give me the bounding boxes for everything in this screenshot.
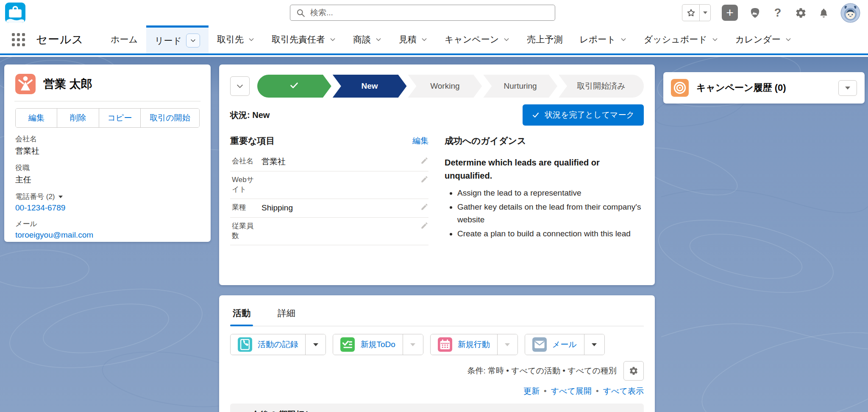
- guidance-bullet: Create a plan to build a connection with…: [457, 227, 644, 240]
- activity-actions: 活動の記録 新規ToDo: [230, 334, 644, 355]
- quick-create-button[interactable]: +: [722, 5, 738, 21]
- favorites-star-icon[interactable]: [682, 5, 699, 21]
- activity-tabs: 活動 詳細: [230, 302, 644, 326]
- tab-activity[interactable]: 活動: [230, 302, 253, 326]
- help-icon[interactable]: ?: [772, 7, 784, 19]
- favorites-button[interactable]: [682, 4, 711, 21]
- phone-dropdown-icon[interactable]: [58, 196, 63, 198]
- search-icon: [296, 8, 305, 17]
- user-avatar[interactable]: [840, 3, 860, 23]
- status-text: 状況: New: [230, 109, 270, 121]
- mark-status-complete-button[interactable]: 状況を完了としてマーク: [523, 104, 644, 126]
- log-a-call-icon: [238, 337, 252, 352]
- edit-pencil-icon[interactable]: [420, 175, 428, 183]
- app-name[interactable]: セールス: [36, 32, 83, 47]
- phone-link[interactable]: 00-1234-6789: [15, 203, 200, 213]
- guidance-bullet: Assign the lead to a representative: [457, 187, 644, 199]
- nav-tab-contacts[interactable]: 取引先責任者: [263, 25, 345, 53]
- path-stage-completed[interactable]: [257, 75, 331, 98]
- email-dropdown[interactable]: [584, 334, 604, 355]
- chevron-down-icon[interactable]: [186, 34, 200, 48]
- new-task-dropdown[interactable]: [403, 334, 423, 355]
- email-button[interactable]: メール: [525, 334, 584, 355]
- nav-tabs: ホーム リード 取引先 取引先責任者 商談 見積 キャンペーン 売上予測 レポー…: [102, 25, 800, 53]
- activity-links: 更新 • すべて展開 • すべて表示: [230, 386, 644, 397]
- briefcase-cloud-icon: [5, 3, 25, 23]
- refresh-link[interactable]: 更新: [523, 386, 540, 397]
- favorites-caret-icon[interactable]: [699, 5, 710, 21]
- nav-tab-opportunities[interactable]: 商談: [345, 25, 390, 53]
- edit-pencil-icon[interactable]: [420, 221, 428, 230]
- path-stage-working[interactable]: Working: [408, 75, 482, 98]
- log-a-call-button-group: 活動の記録: [230, 334, 326, 355]
- activity-settings-button[interactable]: [623, 361, 644, 381]
- clone-button[interactable]: コピー: [99, 109, 140, 127]
- path-stage-new[interactable]: New: [333, 75, 407, 98]
- nav-tab-calendar[interactable]: カレンダー: [727, 25, 800, 53]
- path-stage-nurturing[interactable]: Nurturing: [483, 75, 557, 98]
- nav-tab-quotes[interactable]: 見積: [390, 25, 436, 53]
- activity-filter-text: 条件: 常時 • すべての活動 • すべての種別: [467, 365, 617, 376]
- chevron-down-icon[interactable]: [503, 36, 510, 43]
- app-launcher-icon[interactable]: [12, 33, 25, 46]
- lead-name-title: 営業 太郎: [43, 76, 92, 92]
- tab-details[interactable]: 詳細: [275, 302, 298, 326]
- edit-button[interactable]: 編集: [16, 109, 57, 127]
- campaign-history-title[interactable]: キャンペーン履歴 (0): [696, 81, 838, 94]
- check-icon: [532, 111, 540, 119]
- lead-path-card: New Working Nurturing 取引開始済み 状況: New 状況を…: [219, 64, 655, 285]
- field-phone: 電話番号 (2) 00-1234-6789: [15, 192, 200, 213]
- new-event-calendar-icon: [438, 337, 452, 352]
- search-input[interactable]: [310, 8, 549, 17]
- upcoming-overdue-section[interactable]: 今後 & 期限切れ: [230, 404, 644, 412]
- activity-card: 活動 詳細 活動の記録: [219, 295, 655, 412]
- chevron-down-icon[interactable]: [329, 36, 336, 43]
- new-event-dropdown[interactable]: [497, 334, 517, 355]
- guidance-panel: 成功へのガイダンス Determine which leads are qual…: [445, 135, 644, 245]
- edit-key-fields-link[interactable]: 編集: [412, 135, 428, 146]
- chevron-down-icon[interactable]: [785, 36, 792, 43]
- delete-button[interactable]: 削除: [57, 109, 98, 127]
- guidance-center-icon[interactable]: [749, 7, 761, 19]
- global-search[interactable]: [290, 5, 555, 21]
- chevron-down-icon[interactable]: [620, 36, 627, 43]
- chevron-down-icon[interactable]: [375, 36, 382, 43]
- edit-pencil-icon[interactable]: [420, 203, 428, 211]
- notifications-bell-icon[interactable]: [818, 7, 829, 19]
- setup-gear-icon[interactable]: [795, 7, 807, 19]
- salesforce-app-logo[interactable]: [5, 3, 25, 23]
- log-a-call-button[interactable]: 活動の記録: [231, 334, 305, 355]
- new-event-button-group: 新規行動: [430, 334, 518, 355]
- convert-button[interactable]: 取引の開始: [140, 109, 199, 127]
- app-navigation-bar: セールス ホーム リード 取引先 取引先責任者 商談 見積 キャンペーン 売上予…: [0, 25, 868, 55]
- new-task-button-group: 新規ToDo: [333, 334, 423, 355]
- chevron-down-icon[interactable]: [712, 36, 718, 43]
- nav-tab-campaigns[interactable]: キャンペーン: [436, 25, 518, 53]
- log-a-call-dropdown[interactable]: [305, 334, 326, 355]
- view-all-link[interactable]: すべて表示: [603, 386, 644, 397]
- key-fields-panel: 重要な項目 編集 会社名 営業社 Webサイト: [230, 135, 428, 245]
- nav-tab-accounts[interactable]: 取引先: [209, 25, 263, 53]
- campaign-icon: [671, 79, 689, 97]
- key-field-website: Webサイト: [230, 171, 428, 199]
- check-icon: [289, 80, 299, 92]
- guidance-bullet-list: Assign the lead to a representative Gath…: [457, 187, 644, 240]
- nav-tab-home[interactable]: ホーム: [102, 25, 146, 53]
- campaign-history-dropdown[interactable]: [838, 80, 857, 96]
- expand-all-link[interactable]: すべて展開: [551, 386, 592, 397]
- path-stage-converted[interactable]: 取引開始済み: [559, 75, 644, 98]
- path-collapse-button[interactable]: [230, 76, 250, 96]
- chevron-down-icon[interactable]: [248, 36, 255, 43]
- nav-tab-leads[interactable]: リード: [146, 25, 209, 53]
- guidance-title: 成功へのガイダンス: [445, 135, 644, 147]
- email-link[interactable]: toroeigyou@mail.com: [15, 230, 200, 240]
- nav-tab-dashboards[interactable]: ダッシュボード: [635, 25, 727, 53]
- chevron-down-icon[interactable]: [421, 36, 428, 43]
- new-task-button[interactable]: 新規ToDo: [333, 334, 402, 355]
- new-event-button[interactable]: 新規行動: [431, 334, 497, 355]
- nav-tab-forecasts[interactable]: 売上予測: [518, 25, 571, 53]
- edit-pencil-icon[interactable]: [420, 157, 428, 165]
- nav-tab-reports[interactable]: レポート: [571, 25, 635, 53]
- field-email: メール toroeigyou@mail.com: [15, 219, 200, 240]
- field-title: 役職 主任: [15, 163, 200, 185]
